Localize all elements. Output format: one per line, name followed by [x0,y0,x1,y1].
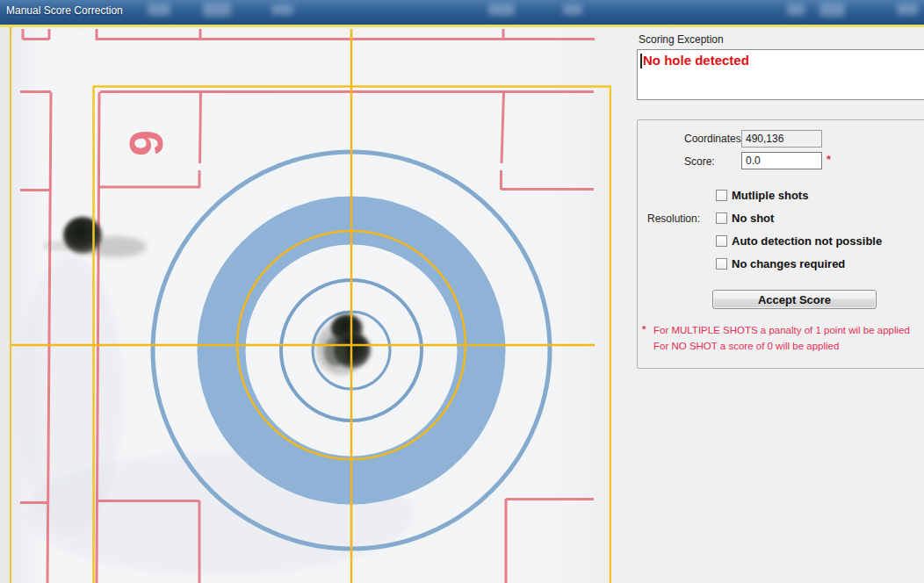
multiple-shots-label: Mutliple shots [732,189,808,202]
accept-score-button[interactable]: Accept Score [712,290,877,309]
titlebar-artifact [897,4,918,15]
footnote-line2: For NO SHOT a score of 0 will be applied [653,341,839,351]
footnote-star: * [642,324,646,335]
titlebar-artifact [271,4,293,15]
scoring-exception-label: Scoring Exception [639,33,724,46]
target-image-panel[interactable]: 6 [11,29,611,583]
score-correction-groupbox: Coordinates: Score: * Mutliple shots Res… [637,119,924,369]
footnote-line1: For MULTIPLE SHOTS a panalty of 1 point … [653,325,910,335]
coordinates-field[interactable] [741,130,822,148]
coordinates-label: Coordinates: [684,133,744,145]
target-photo-svg: 6 [11,29,611,583]
resolution-label: Resolution: [647,212,700,225]
no-shot-label: No shot [732,212,774,225]
score-required-marker: * [827,153,831,166]
no-changes-label: No changes required [732,257,845,270]
titlebar[interactable]: Manual Score Correction [0,0,924,25]
scoring-exception-box[interactable]: No hole detected [637,49,924,100]
titlebar-artifact [787,4,805,16]
auto-detection-checkbox[interactable] [716,235,727,247]
window-left-gutter [0,27,10,583]
checkbox-row-no-shot: No shot [716,210,774,223]
titlebar-artifact [563,4,582,15]
scoring-exception-text: No hole detected [643,53,749,68]
titlebar-artifact [148,4,170,16]
checkbox-row-multiple-shots: Mutliple shots [716,187,808,200]
manual-score-correction-window: Manual Score Correction [0,0,924,583]
titlebar-artifact [203,3,231,17]
titlebar-artifact [488,4,515,16]
text-caret [640,54,642,68]
titlebar-artifact [819,3,845,17]
zone-number: 6 [120,130,173,156]
checkbox-row-auto-detection: Auto detection not possible [716,233,882,246]
score-label: Score: [684,155,715,168]
checkbox-row-no-changes: No changes required [716,256,845,269]
auto-detection-label: Auto detection not possible [732,234,882,248]
multiple-shots-checkbox[interactable] [716,190,727,201]
score-field[interactable] [741,152,822,169]
scoring-panel: Scoring Exception No hole detected Coord… [612,27,924,583]
paper-shading [18,255,123,536]
paper-right-gap [595,29,611,583]
no-shot-checkbox[interactable] [716,212,727,224]
no-changes-checkbox[interactable] [716,258,727,270]
window-title: Manual Score Correction [6,4,123,17]
